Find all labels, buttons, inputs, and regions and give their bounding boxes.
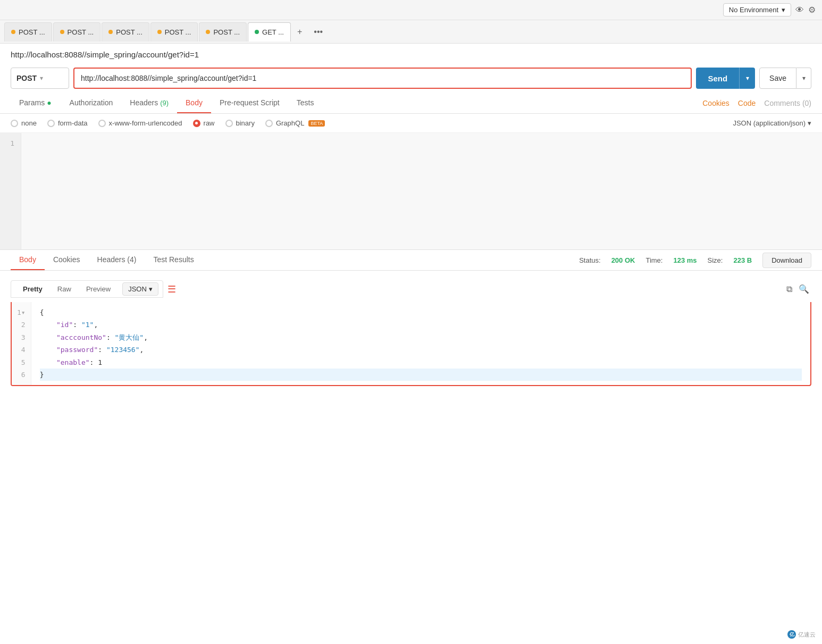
json-line-numbers: 1▾ 2 3 4 5 6 xyxy=(12,302,31,385)
radio-form-data[interactable]: form-data xyxy=(47,119,88,127)
send-dropdown-button[interactable]: ▾ xyxy=(739,68,755,89)
add-tab-button[interactable]: + xyxy=(292,24,307,40)
tab-params[interactable]: Params ● xyxy=(11,93,61,113)
env-dropdown-arrow: ▾ xyxy=(782,6,785,14)
send-btn-wrapper: Send ▾ xyxy=(696,68,755,89)
response-tab-body[interactable]: Body xyxy=(11,250,45,270)
viewer-tab-raw[interactable]: Raw xyxy=(50,281,79,297)
nav-tabs: Params ● Authorization Headers (9) Body … xyxy=(0,93,822,114)
tab-post-4[interactable]: POST ... xyxy=(150,22,198,41)
url-input[interactable] xyxy=(81,74,684,82)
radio-none-label: none xyxy=(21,119,37,127)
env-selector[interactable]: No Environment ▾ xyxy=(723,3,791,16)
tab-label-6: GET ... xyxy=(262,28,284,36)
authorization-label: Authorization xyxy=(70,98,113,107)
tab-authorization[interactable]: Authorization xyxy=(61,93,122,113)
response-body-area: Pretty Raw Preview JSON ▾ ☰ ⧉ 🔍 1▾ 2 3 xyxy=(0,271,822,391)
size-value: 223 B xyxy=(733,256,752,264)
json-line-5: "enable": 1 xyxy=(40,356,802,369)
json-code[interactable]: { "id": "1", "acccountNo": "黄大仙", "passw… xyxy=(31,302,810,385)
copy-icon[interactable]: ⧉ xyxy=(786,285,792,294)
radio-raw-label: raw xyxy=(204,119,215,127)
method-selector[interactable]: POST ▾ xyxy=(11,68,69,89)
pretty-label: Pretty xyxy=(23,285,43,293)
headers-badge: (9) xyxy=(160,99,169,107)
radio-circle-binary xyxy=(225,120,233,127)
radio-circle-urlencoded xyxy=(98,120,106,127)
response-tab-headers[interactable]: Headers (4) xyxy=(89,250,145,270)
editor-content[interactable] xyxy=(21,133,822,249)
prerequest-label: Pre-request Script xyxy=(220,98,280,107)
request-body-editor: 1 xyxy=(0,133,822,250)
time-label: Time: xyxy=(645,256,662,264)
json-response: 1▾ 2 3 4 5 6 { "id": "1", "acccountNo": … xyxy=(12,302,810,385)
comments-link[interactable]: Comments (0) xyxy=(764,99,811,107)
body-type-bar: none form-data x-www-form-urlencoded raw… xyxy=(0,114,822,133)
search-icon[interactable]: 🔍 xyxy=(799,284,809,294)
viewer-tab-pretty[interactable]: Pretty xyxy=(15,281,50,297)
env-label: No Environment xyxy=(729,6,778,14)
request-title: http://localhost:8088//simple_spring/acc… xyxy=(11,50,199,59)
params-dot: ● xyxy=(47,98,51,107)
viewer-tabs: Pretty Raw Preview JSON ▾ xyxy=(11,280,163,298)
radio-circle-raw xyxy=(193,120,200,127)
radio-circle-formdata xyxy=(47,120,55,127)
tab-dot-5 xyxy=(206,30,210,34)
nav-tabs-right: Cookies Code Comments (0) xyxy=(702,99,811,107)
tab-post-1[interactable]: POST ... xyxy=(4,22,52,41)
download-button[interactable]: Download xyxy=(762,253,811,268)
tab-dot-1 xyxy=(11,30,15,34)
json-dropdown-arrow: ▾ xyxy=(149,285,153,293)
viewer-tab-preview[interactable]: Preview xyxy=(79,281,118,297)
radio-urlencoded[interactable]: x-www-form-urlencoded xyxy=(98,119,182,127)
tab-tests[interactable]: Tests xyxy=(288,93,323,113)
response-tab-test-results[interactable]: Test Results xyxy=(145,250,202,270)
tab-prerequest[interactable]: Pre-request Script xyxy=(211,93,288,113)
send-button[interactable]: Send xyxy=(696,68,739,89)
viewer-icons: ⧉ 🔍 xyxy=(786,284,811,294)
headers-label: Headers xyxy=(130,98,158,107)
env-eye-icon[interactable]: 👁 xyxy=(795,5,804,15)
radio-binary[interactable]: binary xyxy=(225,119,255,127)
tab-post-5[interactable]: POST ... xyxy=(199,22,247,41)
body-label: Body xyxy=(186,98,203,107)
tab-get-6[interactable]: GET ... xyxy=(248,22,291,41)
tab-label-5: POST ... xyxy=(213,28,240,36)
tab-post-3[interactable]: POST ... xyxy=(102,22,149,41)
radio-circle-graphql xyxy=(265,120,273,127)
tab-body[interactable]: Body xyxy=(177,93,211,113)
response-headers-label: Headers (4) xyxy=(97,255,137,264)
tab-label-2: POST ... xyxy=(68,28,94,36)
json-type-selector[interactable]: JSON (application/json) ▾ xyxy=(733,119,811,127)
response-testresults-label: Test Results xyxy=(153,255,194,264)
tab-label-3: POST ... xyxy=(116,28,142,36)
method-arrow-icon: ▾ xyxy=(40,74,43,82)
tab-label-1: POST ... xyxy=(19,28,45,36)
raw-label: Raw xyxy=(57,285,71,293)
json-response-wrapper: 1▾ 2 3 4 5 6 { "id": "1", "acccountNo": … xyxy=(11,302,811,386)
tab-dot-4 xyxy=(157,30,162,34)
more-tabs-button[interactable]: ••• xyxy=(308,24,328,40)
radio-graphql[interactable]: GraphQL BETA xyxy=(265,119,325,127)
status-label: Status: xyxy=(579,256,600,264)
save-dropdown-button[interactable]: ▾ xyxy=(796,68,811,89)
tab-headers[interactable]: Headers (9) xyxy=(121,93,177,113)
url-input-wrapper xyxy=(73,68,692,89)
radio-formdata-label: form-data xyxy=(58,119,88,127)
cookies-link[interactable]: Cookies xyxy=(702,99,729,107)
response-tab-cookies[interactable]: Cookies xyxy=(45,250,89,270)
radio-graphql-label: GraphQL xyxy=(276,119,304,127)
radio-circle-none xyxy=(11,120,18,127)
code-link[interactable]: Code xyxy=(738,99,756,107)
save-button[interactable]: Save xyxy=(759,68,796,89)
request-bar: POST ▾ Send ▾ Save ▾ xyxy=(0,63,822,93)
radio-none[interactable]: none xyxy=(11,119,37,127)
json-dropdown[interactable]: JSON ▾ xyxy=(122,282,158,296)
tab-post-2[interactable]: POST ... xyxy=(53,22,101,41)
env-gear-icon[interactable]: ⚙ xyxy=(808,5,816,15)
json-type-arrow: ▾ xyxy=(808,119,811,127)
radio-raw[interactable]: raw xyxy=(193,119,215,127)
align-menu-icon[interactable]: ☰ xyxy=(167,283,176,295)
status-value: 200 OK xyxy=(611,256,635,264)
json-type-label: JSON (application/json) xyxy=(733,119,806,127)
